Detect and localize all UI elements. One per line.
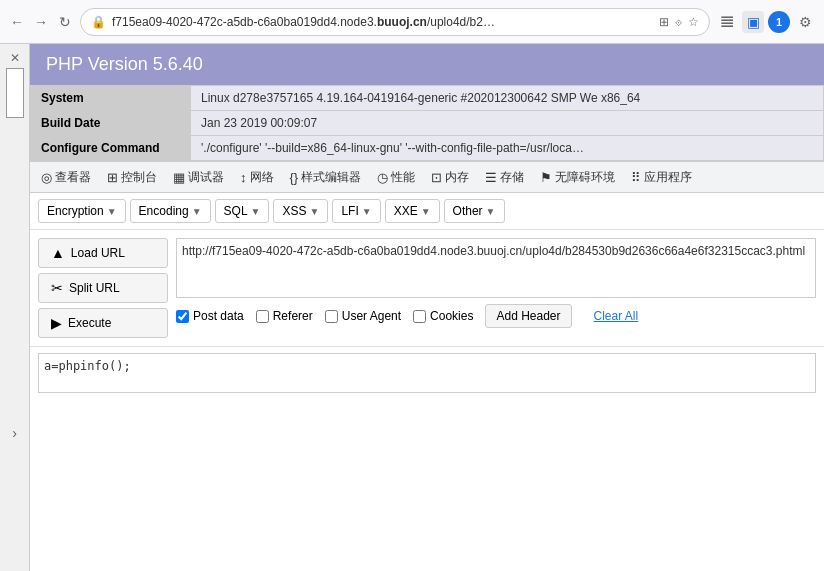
network-icon: ↕ [240, 170, 247, 185]
accessibility-label: 无障碍环境 [555, 169, 615, 186]
build-date-label: Build Date [31, 111, 191, 136]
encryption-label: Encryption [47, 204, 104, 218]
php-info-section: PHP Version 5.6.40 System Linux d278e375… [30, 44, 824, 161]
encryption-dropdown[interactable]: Encryption ▼ [38, 199, 126, 223]
console-label: 控制台 [121, 169, 157, 186]
load-url-button[interactable]: ▲ Load URL [38, 238, 168, 268]
cookies-checkbox-item[interactable]: Cookies [413, 309, 473, 323]
xxe-arrow-icon: ▼ [421, 206, 431, 217]
network-label: 网络 [250, 169, 274, 186]
split-url-button[interactable]: ✂ Split URL [38, 273, 168, 303]
main-area: ✕ › PHP Version 5.6.40 System Linux d278… [0, 44, 824, 571]
add-header-button[interactable]: Add Header [485, 304, 571, 328]
xss-dropdown[interactable]: XSS ▼ [273, 199, 328, 223]
url-textarea[interactable]: http://f715ea09-4020-472c-a5db-c6a0ba019… [176, 238, 816, 298]
performance-icon: ◷ [377, 170, 388, 185]
post-data-checkbox[interactable] [176, 310, 189, 323]
xxe-dropdown[interactable]: XXE ▼ [385, 199, 440, 223]
referer-checkbox-item[interactable]: Referer [256, 309, 313, 323]
sql-label: SQL [224, 204, 248, 218]
bookmarks-icon[interactable]: 𝌆 [716, 11, 738, 33]
devtools-memory[interactable]: ⊡ 内存 [424, 165, 476, 190]
other-arrow-icon: ▼ [486, 206, 496, 217]
address-bar[interactable]: 🔒 f715ea09-4020-472c-a5db-c6a0ba019dd4.n… [80, 8, 710, 36]
application-icon: ⠿ [631, 170, 641, 185]
accessibility-icon: ⚑ [540, 170, 552, 185]
lfi-dropdown[interactable]: LFI ▼ [332, 199, 380, 223]
left-panel: ✕ › [0, 44, 30, 571]
configure-command-label: Configure Command [31, 136, 191, 161]
cookies-checkbox[interactable] [413, 310, 426, 323]
browser-toolbar-icons: 𝌆 ▣ 1 ⚙ [716, 11, 816, 33]
clear-all-button[interactable]: Clear All [584, 305, 649, 327]
style-editor-icon: {} [290, 170, 299, 185]
encoding-dropdown[interactable]: Encoding ▼ [130, 199, 211, 223]
side-input[interactable] [6, 68, 24, 118]
refresh-icon[interactable]: ↻ [56, 13, 74, 31]
split-url-label: Split URL [69, 281, 120, 295]
content-panel: PHP Version 5.6.40 System Linux d278e375… [30, 44, 824, 571]
devtools-debugger[interactable]: ▦ 调试器 [166, 165, 231, 190]
user-agent-checkbox-item[interactable]: User Agent [325, 309, 401, 323]
devtools-performance[interactable]: ◷ 性能 [370, 165, 422, 190]
close-panel-button[interactable]: ✕ [10, 52, 20, 64]
devtools-inspector[interactable]: ◎ 查看器 [34, 165, 98, 190]
table-row: System Linux d278e3757165 4.19.164-04191… [31, 86, 824, 111]
sql-dropdown[interactable]: SQL ▼ [215, 199, 270, 223]
devtools-network[interactable]: ↕ 网络 [233, 165, 281, 190]
profile-badge[interactable]: 1 [768, 11, 790, 33]
action-buttons: ▲ Load URL ✂ Split URL ▶ Execute [38, 238, 168, 338]
debugger-label: 调试器 [188, 169, 224, 186]
devtools-application[interactable]: ⠿ 应用程序 [624, 165, 699, 190]
execute-button[interactable]: ▶ Execute [38, 308, 168, 338]
scroll-arrow-icon[interactable]: › [12, 425, 17, 441]
post-data-label: Post data [193, 309, 244, 323]
sidebar-icon[interactable]: ▣ [742, 11, 764, 33]
system-value: Linux d278e3757165 4.19.164-0419164-gene… [191, 86, 824, 111]
system-label: System [31, 86, 191, 111]
back-icon[interactable]: ← [8, 13, 26, 31]
user-agent-checkbox[interactable] [325, 310, 338, 323]
xxe-label: XXE [394, 204, 418, 218]
table-row: Configure Command './configure' '--build… [31, 136, 824, 161]
devtools-accessibility[interactable]: ⚑ 无障碍环境 [533, 165, 622, 190]
performance-label: 性能 [391, 169, 415, 186]
php-version-title: PHP Version 5.6.40 [46, 54, 808, 75]
inspector-icon: ◎ [41, 170, 52, 185]
lock-icon: 🔒 [91, 15, 106, 29]
checkboxes-row: Post data Referer User Agent Cookies A [176, 304, 816, 328]
devtools-console[interactable]: ⊞ 控制台 [100, 165, 164, 190]
encoding-arrow-icon: ▼ [192, 206, 202, 217]
forward-icon[interactable]: → [32, 13, 50, 31]
load-url-label: Load URL [71, 246, 125, 260]
extensions-icon[interactable]: ⚙ [794, 11, 816, 33]
lfi-arrow-icon: ▼ [362, 206, 372, 217]
storage-icon: ☰ [485, 170, 497, 185]
user-agent-label: User Agent [342, 309, 401, 323]
debugger-icon: ▦ [173, 170, 185, 185]
url-input-area: http://f715ea09-4020-472c-a5db-c6a0ba019… [176, 238, 816, 328]
load-url-icon: ▲ [51, 245, 65, 261]
post-data-textarea[interactable]: a=phpinfo(); [38, 353, 816, 393]
referer-label: Referer [273, 309, 313, 323]
encryption-arrow-icon: ▼ [107, 206, 117, 217]
qr-icon[interactable]: ⊞ [659, 15, 669, 29]
post-data-section: a=phpinfo(); [30, 347, 824, 571]
devtools-storage[interactable]: ☰ 存储 [478, 165, 531, 190]
split-url-icon: ✂ [51, 280, 63, 296]
php-info-table: System Linux d278e3757165 4.19.164-04191… [30, 85, 824, 161]
translate-icon[interactable]: ⟐ [675, 15, 682, 29]
post-data-checkbox-item[interactable]: Post data [176, 309, 244, 323]
star-icon[interactable]: ☆ [688, 15, 699, 29]
build-date-value: Jan 23 2019 00:09:07 [191, 111, 824, 136]
execute-label: Execute [68, 316, 111, 330]
referer-checkbox[interactable] [256, 310, 269, 323]
devtools-style-editor[interactable]: {} 样式编辑器 [283, 165, 369, 190]
php-title-bar: PHP Version 5.6.40 [30, 44, 824, 85]
memory-icon: ⊡ [431, 170, 442, 185]
table-row: Build Date Jan 23 2019 00:09:07 [31, 111, 824, 136]
toolbar-section: Encryption ▼ Encoding ▼ SQL ▼ XSS ▼ LFI … [30, 193, 824, 230]
configure-command-value: './configure' '--build=x86_64-linux-gnu'… [191, 136, 824, 161]
other-dropdown[interactable]: Other ▼ [444, 199, 505, 223]
lfi-label: LFI [341, 204, 358, 218]
